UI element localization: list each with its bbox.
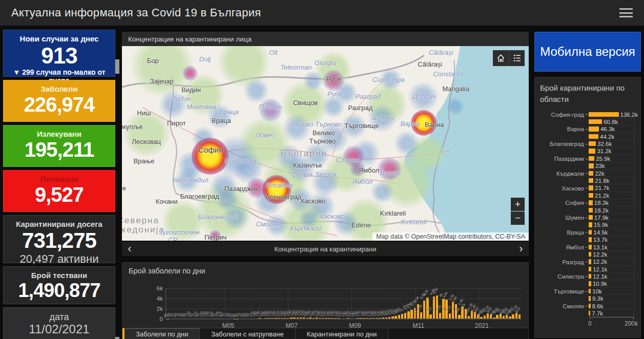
region-value: 32.6k [597, 141, 612, 147]
region-row: Враца14.5k [540, 229, 635, 236]
region-label: Шумен [540, 215, 585, 221]
y-tick-label: 0 [149, 316, 163, 322]
region-row: 13.7k [540, 236, 635, 243]
region-row: София18.3k [540, 199, 635, 206]
tab-2[interactable]: Заболели с натрупване [200, 328, 296, 339]
stat-label: Починали [6, 175, 113, 183]
stat-label: Карантинирани досега [6, 220, 113, 228]
x-gridline: 2021 [478, 288, 479, 319]
region-value: 21.7k [595, 185, 609, 191]
region-bar-track: 22k [589, 170, 633, 177]
region-row: Кърджали22k [540, 170, 635, 177]
region-bar [589, 208, 593, 213]
center-column: Концентрация на карантинирани лица OltDo… [122, 32, 529, 339]
left-scrollbar-thumb[interactable] [115, 59, 119, 74]
region-value: 15.9k [594, 222, 608, 228]
region-value: 10k [592, 288, 602, 294]
region-bar [589, 163, 594, 168]
map-base-layer [122, 46, 529, 241]
region-bar [589, 112, 619, 117]
region-value: 13.1k [593, 244, 608, 250]
region-bar [589, 281, 591, 286]
chart-tabs: Заболели по дниЗаболели с натрупванеКара… [122, 328, 528, 339]
zoom-out-button[interactable]: − [511, 211, 525, 225]
region-bar-track: 7.7k [589, 310, 633, 317]
daily-chart-panel: Брой заболели по дни 4060558070908510095… [122, 262, 529, 339]
legend-list-icon[interactable] [509, 50, 525, 66]
region-value: 23k [595, 163, 605, 169]
regions-chart-title: Брой карантинирани по области [540, 82, 635, 105]
region-value: 25.9k [596, 156, 610, 162]
regions-bar-chart: София-град136.2k60.8kВарна46.3k44.2kБлаг… [540, 111, 635, 317]
region-label: Смолян [540, 303, 585, 309]
region-bar [589, 267, 591, 271]
stat-card-new-cases: Нови случаи за днес913▼ 299 случая по-ма… [3, 30, 115, 77]
region-value: 17.9k [594, 215, 609, 221]
tab-3[interactable]: Карантинирани по дни [296, 328, 389, 339]
page-title: Актуална информация за Covid 19 в Българ… [11, 6, 261, 19]
x-gridline: M11 [415, 288, 416, 319]
region-value: 18.2k [594, 207, 609, 214]
tab-1[interactable]: Заболели по дни [124, 328, 200, 339]
region-bar [589, 222, 592, 227]
y-gridline: 0 [166, 319, 521, 320]
date-scrollbar-thumb[interactable] [115, 337, 119, 339]
region-bar-track: 17.9k [589, 214, 633, 221]
map-attribution: Map data © OpenStreetMap contributors, C… [372, 232, 529, 241]
region-bar [589, 119, 602, 124]
region-row: Хасково21.7k [540, 184, 635, 192]
region-label: Кърджали [540, 171, 585, 177]
region-bar-track: 12.2k [589, 258, 633, 265]
region-value: 21.2k [595, 193, 609, 199]
region-row: 21.8k [540, 177, 635, 184]
mobile-version-button[interactable]: Мобилна версия [534, 32, 641, 72]
stat-card-infected: Заболели226,974 [3, 80, 115, 122]
prev-arrow-icon[interactable]: ‹ [122, 242, 137, 256]
region-row: 9.3k [540, 295, 635, 302]
axis-tick-0: 0 [588, 320, 592, 327]
region-value: 46.3k [600, 126, 615, 132]
home-icon[interactable] [493, 50, 509, 66]
stat-card-date: дата11/02/2021 [3, 307, 115, 339]
stat-subvalue: 20,497 активни [6, 252, 113, 266]
right-column: Мобилна версия Брой карантинирани по обл… [534, 32, 641, 338]
region-row: Шумен17.9k [540, 214, 635, 221]
map-toolbar [493, 50, 525, 66]
region-row: Варна46.3k [540, 125, 635, 133]
region-bar-track: 18.2k [589, 207, 633, 214]
stat-value: 195,211 [6, 138, 113, 161]
region-value: 14.5k [593, 229, 608, 236]
region-label: Хасково [540, 185, 585, 192]
stat-card-recovered: Излекувани195,211 [3, 125, 115, 167]
region-label: Търговище [540, 288, 585, 294]
region-value: 31.2k [597, 148, 611, 154]
y-tick-label: 4k [149, 295, 163, 302]
region-label: Благоевград [540, 141, 585, 147]
axis-tick-200k: 200k [625, 320, 638, 327]
region-bar-track: 25.9k [589, 155, 633, 162]
next-arrow-icon[interactable]: › [513, 242, 529, 256]
map-panel-title: Концентрация на карантинирани лица [122, 32, 529, 46]
region-value: 12.1k [593, 266, 607, 272]
y-tick-label: 6k [149, 285, 163, 291]
region-bar-track: 18.3k [589, 199, 633, 206]
region-bar [589, 193, 593, 198]
zoom-in-button[interactable]: + [511, 198, 525, 211]
region-value: 13.7k [593, 237, 608, 243]
region-label: Ямбол [540, 244, 585, 250]
region-bar [589, 259, 591, 264]
stat-value: 1,490,877 [6, 280, 113, 302]
layer-carousel: ‹ Концентрация на карантинирани › [122, 242, 529, 256]
region-bar [589, 178, 593, 183]
region-bar [589, 200, 593, 205]
hamburger-menu-icon[interactable] [619, 8, 633, 17]
region-label: Враца [540, 229, 585, 236]
y-gridline: 6k [166, 288, 521, 289]
region-label: Силистра [540, 273, 585, 280]
stat-value: 731,275 [6, 228, 113, 252]
quarantine-heatmap[interactable]: OltDoljTeleormanGiurgiuCălărașiCălărașiC… [122, 46, 529, 241]
region-value: 12.1k [593, 273, 607, 280]
x-gridline: M05 [224, 288, 225, 319]
daily-bar: 913 [518, 288, 521, 319]
region-bar-track: 10.9k [589, 280, 633, 287]
